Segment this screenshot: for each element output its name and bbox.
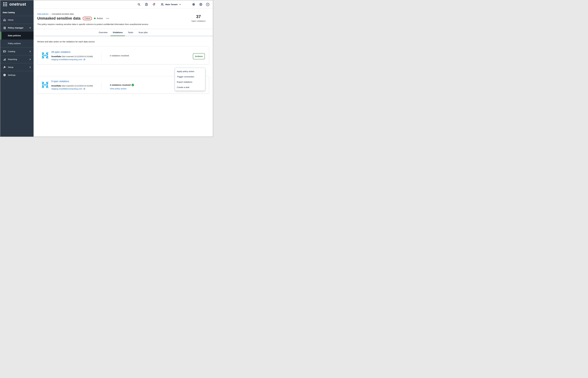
gear-icon [3, 73, 6, 77]
people-icon [160, 3, 164, 6]
sidebar-item-label: Reporting [8, 58, 29, 61]
sidebar-item-home[interactable]: Home [0, 16, 34, 24]
breadcrumb: Data policies › Unmasked sensitive data [37, 13, 74, 15]
source-host-link[interactable]: staging.snowflakecomputing.com [51, 88, 85, 90]
check-circle-icon [131, 84, 134, 86]
page-header: Data policies › Unmasked sensitive data … [34, 9, 213, 29]
menu-item-export-violations[interactable]: Export violations [175, 79, 205, 85]
sidebar-item-label: Data policies [8, 34, 31, 37]
home-icon [3, 18, 6, 21]
source-line: Snowflake (last scanned 11/11/2024 01:01… [51, 55, 93, 58]
host-label: staging.snowflakecomputing.com [51, 58, 82, 61]
source-host-link[interactable]: staging.snowflakecomputing.com [51, 58, 85, 61]
chevron-down-icon [179, 3, 181, 6]
actions-dropdown-menu: Apply policy action Trigger connection E… [175, 68, 205, 91]
active-dot-icon [94, 18, 96, 19]
snowflake-logo-icon [41, 52, 49, 59]
resolved-count: 3 violations resolved [110, 84, 134, 86]
help-glyph: ? [207, 3, 208, 6]
menu-item-create-a-task[interactable]: Create a task [175, 85, 205, 90]
last-scanned: (last scanned 11/11/2024 01:01AM) [62, 85, 93, 87]
source-name: Snowflake [51, 55, 61, 58]
tab-scan-jobs[interactable]: Scan jobs [138, 29, 148, 36]
sidebar-item-label: Settings [8, 74, 31, 76]
document-check-icon[interactable] [145, 3, 148, 6]
page-title: Unmasked sensitive data [37, 16, 80, 21]
open-violations-count: 37 [191, 14, 205, 19]
chevron-down-icon [29, 27, 31, 29]
sidebar-item-label: Setup [8, 66, 29, 68]
wrench-icon [3, 66, 6, 69]
breadcrumb-current: Unmasked sensitive data [52, 13, 74, 15]
view-policy-action-link[interactable]: View policy action [110, 87, 127, 90]
content: Data policies › Unmasked sensitive data … [34, 9, 213, 136]
help-icon[interactable]: ? [206, 3, 209, 6]
tab-tasks[interactable]: Tasks [128, 29, 134, 36]
violations-intro: Review and take action on the violations… [37, 40, 95, 43]
sidebar: onetrust Data Catalog Home Policy manage… [0, 0, 34, 136]
onetrust-dots-icon [3, 2, 7, 6]
policy-description: This policy requires masking sensitive d… [37, 23, 149, 25]
sidebar-item-catalog[interactable]: Catalog [0, 47, 34, 55]
notifications-bell-icon[interactable] [152, 3, 156, 6]
status-badge: Active [94, 17, 103, 20]
sidebar-item-label: Catalog [8, 50, 29, 53]
sidebar-item-policy-actions[interactable]: Policy actions [0, 40, 34, 47]
open-violations-label: Open violations [191, 20, 205, 22]
topbar: Main Tenant ? [34, 0, 213, 9]
settings-gear-icon[interactable] [192, 3, 195, 6]
chevron-right-icon [29, 51, 31, 53]
resolved-count: 0 violations resolved [110, 54, 129, 57]
breadcrumb-data-policies[interactable]: Data policies [37, 13, 48, 15]
breadcrumb-separator: › [50, 13, 50, 15]
source-name: Snowflake [51, 85, 61, 87]
tab-bar: Overview Violations Tasks Scan jobs [34, 29, 213, 36]
folder-icon [3, 50, 6, 53]
bar-chart-icon [3, 58, 6, 61]
onetrust-logo[interactable]: onetrust [3, 2, 26, 6]
chevron-right-icon [29, 58, 31, 60]
open-violations-link[interactable]: 9 open violations [51, 80, 69, 83]
tab-overview[interactable]: Overview [98, 29, 108, 36]
severity-badge: Critical [83, 17, 92, 20]
tenant-label: Main Tenant [165, 3, 177, 6]
app-window: onetrust Data Catalog Home Policy manage… [0, 0, 213, 137]
more-actions-icon[interactable] [106, 17, 109, 20]
sidebar-item-policy-manager[interactable]: Policy manager [0, 24, 34, 32]
sidebar-item-data-policies[interactable]: Data policies [0, 32, 34, 40]
host-label: staging.snowflakecomputing.com [51, 88, 82, 90]
search-icon[interactable] [137, 3, 141, 6]
snowflake-logo-icon [41, 81, 49, 89]
product-name: Data Catalog [3, 11, 15, 14]
open-violations-link[interactable]: 28 open violations [51, 51, 71, 54]
menu-item-trigger-connection[interactable]: Trigger connection [175, 74, 205, 79]
card-divider [101, 53, 101, 61]
list-icon [3, 26, 6, 29]
actions-button[interactable]: Actions [193, 53, 205, 59]
card-divider [101, 82, 101, 90]
sidebar-item-settings[interactable]: Settings [0, 71, 34, 79]
open-violations-summary: 37 Open violations [191, 14, 205, 22]
account-icon[interactable] [199, 3, 202, 6]
external-link-icon [83, 58, 85, 61]
data-source-card: 28 open violations Snowflake (last scann… [37, 46, 209, 64]
tenant-switcher[interactable]: Main Tenant [160, 3, 181, 6]
title-row: Unmasked sensitive data Critical Active [37, 16, 109, 21]
tab-violations[interactable]: Violations [112, 29, 123, 36]
source-line: Snowflake (last scanned 11/11/2024 01:01… [51, 85, 93, 87]
status-label: Active [97, 17, 103, 20]
last-scanned: (last scanned 11/11/2024 01:01AM) [62, 55, 93, 58]
violations-panel: Review and take action on the violations… [34, 36, 213, 136]
sidebar-item-label: Policy manager [8, 27, 29, 29]
resolved-label: 3 violations resolved [110, 84, 131, 86]
brand-name: onetrust [9, 2, 26, 6]
sidebar-nav: Home Policy manager Data policies Policy… [0, 16, 34, 79]
sidebar-item-setup[interactable]: Setup [0, 63, 34, 71]
sidebar-item-label: Policy actions [8, 42, 31, 45]
sidebar-item-label: Home [8, 19, 31, 21]
menu-item-apply-policy-action[interactable]: Apply policy action [175, 69, 205, 74]
external-link-icon [83, 88, 85, 90]
chevron-right-icon [29, 66, 31, 68]
sidebar-item-reporting[interactable]: Reporting [0, 55, 34, 63]
